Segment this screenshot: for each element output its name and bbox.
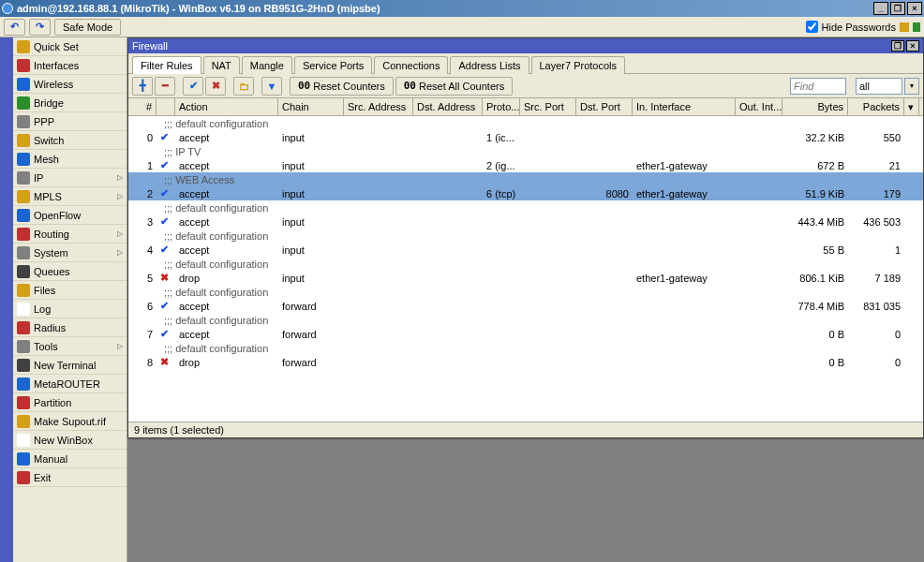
rule-packets: 7 189: [848, 271, 904, 285]
sidebar-item-interfaces[interactable]: Interfaces: [13, 56, 127, 75]
hide-passwords-checkbox[interactable]: Hide Passwords: [806, 21, 896, 33]
rule-chain: forward: [278, 299, 344, 313]
sidebar-item-switch[interactable]: Switch: [13, 131, 127, 150]
filter-select[interactable]: all: [856, 78, 902, 95]
menu-icon: [17, 265, 30, 278]
filter-button[interactable]: ▼: [261, 77, 282, 96]
rule-chain: input: [278, 130, 344, 144]
sidebar-item-queues[interactable]: Queues: [13, 262, 127, 281]
table-comment-row[interactable]: ;;; IP TV: [128, 144, 923, 158]
tab-layer7-protocols[interactable]: Layer7 Protocols: [531, 56, 626, 74]
sidebar-item-files[interactable]: Files: [13, 281, 127, 300]
disable-button[interactable]: ✖: [205, 77, 226, 96]
column-header[interactable]: Dst. Address: [413, 98, 483, 115]
table-comment-row[interactable]: ;;; WEB Access: [128, 172, 923, 186]
tab-connections[interactable]: Connections: [374, 56, 448, 74]
maximize-button[interactable]: ❐: [890, 2, 905, 15]
column-header[interactable]: Bytes: [782, 98, 848, 115]
table-row[interactable]: 5✖dropinputether1-gateway806.1 KiB7 189: [128, 271, 923, 285]
rule-dst-port: [576, 271, 633, 285]
rule-protocol: [483, 243, 520, 257]
table-row[interactable]: 8✖dropforward0 B0: [128, 355, 923, 369]
rule-chain: forward: [278, 327, 344, 341]
rule-in-interface: [633, 355, 736, 369]
sidebar-item-routing[interactable]: Routing▷: [13, 225, 127, 244]
rule-chain: input: [278, 243, 344, 257]
firewall-maximize-button[interactable]: ❐: [891, 40, 904, 52]
tab-service-ports[interactable]: Service Ports: [294, 56, 372, 74]
find-input[interactable]: [790, 78, 846, 95]
sidebar-item-manual[interactable]: Manual: [13, 450, 127, 468]
column-header[interactable]: Packets: [848, 98, 904, 115]
sidebar-item-exit[interactable]: Exit: [13, 468, 127, 487]
table-comment-row[interactable]: ;;; default configuration: [128, 341, 923, 355]
table-row[interactable]: 0✔acceptinput1 (ic...32.2 KiB550: [128, 130, 923, 144]
rule-comment: ;;; default configuration: [156, 313, 272, 327]
firewall-table[interactable]: #ActionChainSrc. AddressDst. AddressProt…: [128, 98, 923, 422]
sidebar-item-quick-set[interactable]: Quick Set: [13, 37, 127, 56]
sidebar-item-make-supout-rif[interactable]: Make Supout.rif: [13, 412, 127, 431]
reset-counters-button[interactable]: 00 Reset Counters: [290, 77, 394, 96]
redo-button[interactable]: ↷: [29, 19, 51, 36]
table-row[interactable]: 7✔acceptforward0 B0: [128, 327, 923, 341]
table-row[interactable]: 4✔acceptinput55 B1: [128, 243, 923, 257]
table-row[interactable]: 1✔acceptinput2 (ig...ether1-gateway672 B…: [128, 158, 923, 172]
sidebar-item-partition[interactable]: Partition: [13, 393, 127, 412]
sidebar-item-system[interactable]: System▷: [13, 244, 127, 262]
column-header[interactable]: #: [128, 98, 156, 115]
sidebar-item-radius[interactable]: Radius: [13, 318, 127, 337]
sidebar-item-log[interactable]: Log: [13, 300, 127, 318]
add-button[interactable]: ╋: [132, 77, 153, 96]
sidebar-item-tools[interactable]: Tools▷: [13, 337, 127, 356]
tab-filter-rules[interactable]: Filter Rules: [132, 56, 201, 74]
filter-dropdown-button[interactable]: ▼: [904, 78, 919, 95]
undo-button[interactable]: ↶: [4, 19, 25, 36]
table-comment-row[interactable]: ;;; default configuration: [128, 200, 923, 214]
tab-mangle[interactable]: Mangle: [242, 56, 292, 74]
column-header[interactable]: Src. Port: [520, 98, 576, 115]
firewall-titlebar[interactable]: Firewall ❐ ×: [128, 38, 923, 53]
column-header[interactable]: Dst. Port: [576, 98, 633, 115]
table-comment-row[interactable]: ;;; default configuration: [128, 229, 923, 243]
column-header[interactable]: Src. Address: [344, 98, 413, 115]
sidebar-item-label: Switch: [34, 135, 64, 146]
column-header[interactable]: In. Interface: [633, 98, 736, 115]
sidebar-item-bridge[interactable]: Bridge: [13, 94, 127, 112]
sidebar-item-openflow[interactable]: OpenFlow: [13, 206, 127, 225]
firewall-close-button[interactable]: ×: [906, 40, 919, 52]
comment-button[interactable]: 🗀: [233, 77, 254, 96]
sidebar-item-ip[interactable]: IP▷: [13, 169, 127, 187]
column-menu-button[interactable]: ▾: [904, 98, 919, 115]
reset-all-counters-button[interactable]: 00 Reset All Counters: [395, 77, 513, 96]
enable-button[interactable]: ✔: [183, 77, 203, 96]
tab-nat[interactable]: NAT: [203, 56, 240, 74]
table-comment-row[interactable]: ;;; default configuration: [128, 285, 923, 299]
table-row[interactable]: 2✔acceptinput6 (tcp)8080ether1-gateway51…: [128, 186, 923, 200]
column-header[interactable]: [156, 98, 175, 115]
sidebar-item-mesh[interactable]: Mesh: [13, 150, 127, 169]
table-row[interactable]: 6✔acceptforward778.4 MiB831 035: [128, 299, 923, 313]
table-comment-row[interactable]: ;;; default configuration: [128, 257, 923, 271]
tab-address-lists[interactable]: Address Lists: [450, 56, 529, 74]
rule-src-address: [344, 327, 413, 341]
column-header[interactable]: Proto...: [483, 98, 520, 115]
sidebar-item-new-terminal[interactable]: New Terminal: [13, 356, 127, 375]
close-button[interactable]: ×: [907, 2, 922, 15]
rule-src-port: [520, 355, 576, 369]
minimize-button[interactable]: _: [873, 2, 888, 15]
sidebar-item-ppp[interactable]: PPP: [13, 112, 127, 131]
column-header[interactable]: Chain: [278, 98, 344, 115]
table-comment-row[interactable]: ;;; default configuration: [128, 116, 923, 130]
table-row[interactable]: 3✔acceptinput443.4 MiB436 503: [128, 214, 923, 229]
sidebar-item-new-winbox[interactable]: New WinBox: [13, 431, 127, 450]
sidebar-item-label: OpenFlow: [34, 210, 81, 221]
sidebar-item-wireless[interactable]: Wireless: [13, 75, 127, 94]
column-header[interactable]: Out. Int...: [736, 98, 782, 115]
table-comment-row[interactable]: ;;; default configuration: [128, 313, 923, 327]
sidebar-item-metarouter[interactable]: MetaROUTER: [13, 375, 127, 393]
column-header[interactable]: Action: [175, 98, 278, 115]
safe-mode-button[interactable]: Safe Mode: [54, 19, 121, 36]
remove-button[interactable]: ━: [155, 77, 175, 96]
submenu-arrow-icon: ▷: [117, 192, 123, 200]
sidebar-item-mpls[interactable]: MPLS▷: [13, 187, 127, 206]
